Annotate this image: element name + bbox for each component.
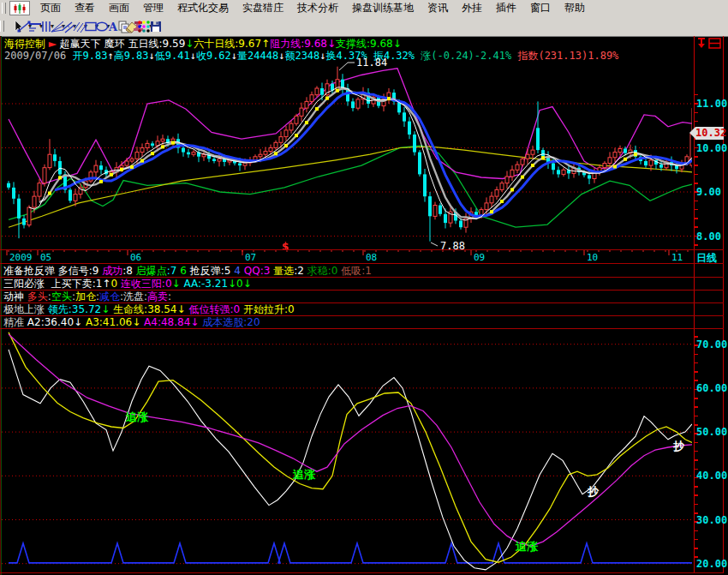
indicator-axis-label: 60.00 xyxy=(696,382,723,394)
app-logo-icon[interactable] xyxy=(9,1,30,15)
text-segment: 成本选股:20 xyxy=(202,316,260,328)
menu-item-帮助[interactable]: 帮助 xyxy=(558,0,592,16)
svg-text:抄: 抄 xyxy=(672,440,685,452)
svg-text:2009: 2009 xyxy=(9,252,33,263)
trading-app-window: 页面查看画面管理程式化交易实盘猎庄技术分析操盘训练基地资讯外挂插件窗口帮助 ▾▾… xyxy=(0,0,728,575)
menu-item-管理[interactable]: 管理 xyxy=(136,0,170,16)
indicator-row-4: 极地上涨 领先:35.72↓ 生命线:38.54↓ 低位转强:0 开始拉升:0 xyxy=(3,303,692,315)
text-segment: ↓ xyxy=(172,278,184,290)
text-segment: A2:36.40 xyxy=(27,316,74,328)
text-segment: ↓ xyxy=(243,278,252,290)
separator-line xyxy=(0,315,724,316)
sub-indicator-chart[interactable]: 追涨追涨追涨抄抄 xyxy=(2,329,692,572)
price-axis-ticks xyxy=(695,94,698,249)
indicator-axis-label: 20.00 xyxy=(696,558,723,570)
toolbar: ▾▾▾▾▾▾▾▾A▾▾▾ xyxy=(0,16,728,37)
svg-text:抄: 抄 xyxy=(587,485,600,498)
svg-text:09: 09 xyxy=(474,252,485,263)
price-axis-label: 8.00 xyxy=(696,231,723,243)
menu-item-程式化交易[interactable]: 程式化交易 xyxy=(170,0,236,16)
anchor-down-icon[interactable] xyxy=(696,38,707,49)
menu-item-外挂[interactable]: 外挂 xyxy=(455,0,489,16)
svg-text:追涨: 追涨 xyxy=(292,468,316,481)
text-segment: :8 xyxy=(122,265,136,277)
price-axis-label: 11.00 xyxy=(696,98,723,110)
last-price-tag: 10.32 xyxy=(695,127,724,140)
text-segment: 开始拉升:0 xyxy=(243,303,295,315)
right-border-line xyxy=(723,36,724,572)
menu-item-画面[interactable]: 画面 xyxy=(102,0,136,16)
text-segment: 0 xyxy=(236,278,243,290)
text-segment: :2 xyxy=(294,265,307,277)
date-axis: 200905060708091011 xyxy=(2,249,692,263)
text-segment: QQ:3 xyxy=(244,265,273,277)
separator-line xyxy=(0,328,724,329)
indicator-axis-label: 30.00 xyxy=(696,514,723,526)
indicator-row-1: 准备抢反弹 多信号:9 成功:8 启爆点:7 6 抢反弹:5 4 QQ:3 量选… xyxy=(3,265,692,277)
text-segment: 极地上涨 xyxy=(3,303,48,315)
svg-text:7.88: 7.88 xyxy=(440,240,465,249)
text-segment: 成功 xyxy=(102,265,122,277)
indicator-row-3: 动神 多头:空头:加仓:减仓:洗盘:高卖: xyxy=(3,290,692,302)
main-candlestick-chart[interactable]: 11.847.88$ xyxy=(2,36,692,249)
menu-item-查看[interactable]: 查看 xyxy=(68,0,102,16)
text-segment: 量选 xyxy=(273,265,294,277)
text-segment: A3:41.06 xyxy=(86,316,132,328)
period-window-icon[interactable] xyxy=(708,38,721,49)
text-segment: 多头 xyxy=(27,290,48,302)
text-segment: AA:-3.21 xyxy=(183,278,228,290)
svg-text:$: $ xyxy=(282,241,289,249)
text-segment: ↓ xyxy=(101,303,113,315)
svg-text:07: 07 xyxy=(245,252,256,263)
menu-item-实盘猎庄[interactable]: 实盘猎庄 xyxy=(236,0,290,16)
text-segment: : xyxy=(168,290,171,302)
text-segment: 4 xyxy=(234,265,243,277)
menu-item-操盘训练基地[interactable]: 操盘训练基地 xyxy=(345,0,421,16)
text-segment: 启爆点 xyxy=(136,265,167,277)
indicator-axis-label: 70.00 xyxy=(696,338,723,350)
text-segment: 动神 xyxy=(3,290,27,302)
svg-text:追涨: 追涨 xyxy=(125,410,149,423)
text-segment: 上买下卖:1 xyxy=(51,278,103,290)
svg-text:10: 10 xyxy=(587,252,598,263)
separator-line xyxy=(0,290,724,290)
text-segment: 领先:35.72 xyxy=(48,303,101,315)
text-segment: 减仓 xyxy=(99,290,120,302)
menu-item-页面[interactable]: 页面 xyxy=(33,0,68,16)
svg-text:05: 05 xyxy=(40,252,51,263)
svg-text:08: 08 xyxy=(366,252,377,263)
text-segment: 加仓 xyxy=(75,290,96,302)
mini-candle-icon xyxy=(13,3,27,14)
menu-item-插件[interactable]: 插件 xyxy=(489,0,523,16)
menu-bar: 页面查看画面管理程式化交易实盘猎庄技术分析操盘训练基地资讯外挂插件窗口帮助 xyxy=(0,0,728,17)
text-segment: 0 xyxy=(110,278,120,290)
menu-item-技术分析[interactable]: 技术分析 xyxy=(290,0,345,16)
separator-line xyxy=(0,277,724,278)
tool-buttons: ▾▾▾▾▾▾▾▾A▾▾▾ xyxy=(6,17,156,36)
text-segment: 6 xyxy=(180,265,189,277)
price-axis-label: 10.00 xyxy=(696,142,723,154)
text-segment: 空头 xyxy=(51,290,72,302)
menu-item-资讯[interactable]: 资讯 xyxy=(421,0,455,16)
indicator-axis-label: 50.00 xyxy=(696,426,723,438)
save-icon xyxy=(148,20,164,33)
toolbar-button-cursor[interactable] xyxy=(7,17,12,36)
svg-text:追涨: 追涨 xyxy=(515,540,539,553)
separator-line xyxy=(0,249,724,250)
indicator-row-5: 精准 A2:36.40↓ A3:41.06↓ A4:48.84↓ 成本选股:20 xyxy=(3,316,692,328)
text-segment: 高卖 xyxy=(147,290,168,302)
menubar-grip[interactable] xyxy=(2,3,6,14)
separator-line xyxy=(0,302,724,303)
text-segment: 准备抢反弹 xyxy=(3,265,58,277)
separator-line xyxy=(0,572,724,573)
text-segment: ↑ xyxy=(102,278,110,290)
price-axis-label: 9.00 xyxy=(696,186,723,198)
menu-item-窗口[interactable]: 窗口 xyxy=(523,0,558,16)
text-segment: 精准 xyxy=(3,316,27,328)
text-segment: :7 xyxy=(167,265,181,277)
text-segment: ↓ xyxy=(190,316,202,328)
text-segment: ↓ xyxy=(74,316,86,328)
text-segment: 洗盘 xyxy=(123,290,144,302)
svg-text:06: 06 xyxy=(130,252,141,263)
toolbar-grip[interactable] xyxy=(0,21,4,32)
